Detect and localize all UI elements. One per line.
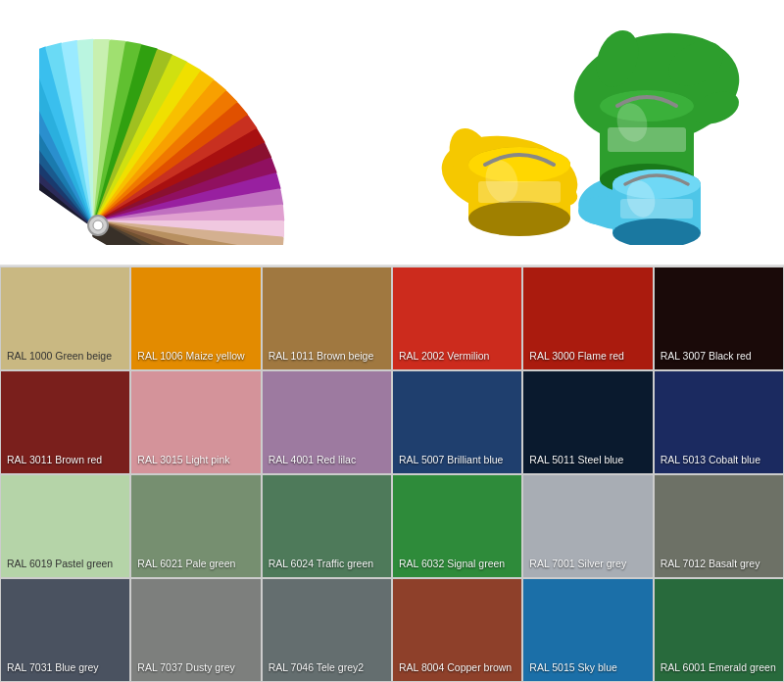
color-cell-7012[interactable]: RAL 7012 Basalt grey (654, 474, 784, 578)
color-label-6019: RAL 6019 Pastel green (7, 558, 113, 571)
color-cell-3015[interactable]: RAL 3015 Light pink (130, 370, 261, 474)
color-cell-5015[interactable]: RAL 5015 Sky blue (522, 578, 653, 682)
color-label-4001: RAL 4001 Red lilac (269, 454, 357, 467)
color-label-7031: RAL 7031 Blue grey (7, 661, 99, 675)
color-label-5011: RAL 5011 Steel blue (529, 454, 623, 467)
color-cell-6024[interactable]: RAL 6024 Traffic green (262, 474, 392, 578)
color-label-1000: RAL 1000 Green beige (7, 350, 112, 364)
color-label-6024: RAL 6024 Traffic green (269, 558, 373, 571)
color-label-1011: RAL 1011 Brown beige (269, 350, 374, 364)
top-section (0, 0, 784, 265)
color-cell-1000[interactable]: RAL 1000 Green beige (0, 267, 130, 370)
color-label-5007: RAL 5007 Brilliant blue (399, 454, 503, 467)
color-cell-6021[interactable]: RAL 6021 Pale green (130, 474, 261, 578)
svg-rect-53 (608, 127, 686, 152)
color-label-7037: RAL 7037 Dusty grey (137, 661, 234, 675)
color-label-6001: RAL 6001 Emerald green (661, 661, 776, 675)
color-cell-6019[interactable]: RAL 6019 Pastel green (0, 474, 130, 578)
color-cell-4001[interactable]: RAL 4001 Red lilac (262, 370, 392, 474)
color-label-7001: RAL 7001 Silver grey (529, 558, 626, 571)
color-label-3015: RAL 3015 Light pink (137, 454, 229, 467)
svg-point-56 (468, 201, 570, 236)
color-cell-7046[interactable]: RAL 7046 Tele grey2 (262, 578, 392, 682)
paint-cans (412, 20, 745, 245)
color-label-6032: RAL 6032 Signal green (399, 558, 505, 571)
svg-rect-65 (620, 199, 693, 219)
color-cell-8004[interactable]: RAL 8004 Copper brown (392, 578, 522, 682)
color-cell-3000[interactable]: RAL 3000 Flame red (522, 267, 653, 370)
color-label-3007: RAL 3007 Black red (661, 350, 752, 364)
color-grid: RAL 1000 Green beigeRAL 1006 Maize yello… (0, 265, 784, 682)
svg-rect-59 (478, 181, 561, 203)
color-cell-2002[interactable]: RAL 2002 Vermilion (392, 267, 522, 370)
color-label-5015: RAL 5015 Sky blue (529, 661, 617, 675)
color-cell-7037[interactable]: RAL 7037 Dusty grey (130, 578, 261, 682)
color-label-6021: RAL 6021 Pale green (137, 558, 235, 571)
color-label-8004: RAL 8004 Copper brown (399, 661, 512, 675)
color-label-1006: RAL 1006 Maize yellow (137, 350, 244, 364)
svg-point-37 (93, 220, 103, 230)
color-cell-6032[interactable]: RAL 6032 Signal green (392, 474, 522, 578)
svg-point-51 (600, 90, 694, 122)
color-label-7046: RAL 7046 Tele grey2 (269, 661, 364, 675)
color-label-3000: RAL 3000 Flame red (529, 350, 624, 364)
color-cell-7001[interactable]: RAL 7001 Silver grey (522, 474, 653, 578)
color-cell-5007[interactable]: RAL 5007 Brilliant blue (392, 370, 522, 474)
color-label-5013: RAL 5013 Cobalt blue (661, 454, 760, 467)
color-cell-6001[interactable]: RAL 6001 Emerald green (654, 578, 784, 682)
color-cell-3007[interactable]: RAL 3007 Black red (654, 267, 784, 370)
color-cell-1006[interactable]: RAL 1006 Maize yellow (130, 267, 261, 370)
color-label-2002: RAL 2002 Vermilion (399, 350, 489, 364)
color-cell-5011[interactable]: RAL 5011 Steel blue (522, 370, 653, 474)
color-cell-5013[interactable]: RAL 5013 Cobalt blue (654, 370, 784, 474)
color-cell-3011[interactable]: RAL 3011 Brown red (0, 370, 130, 474)
color-label-7012: RAL 7012 Basalt grey (661, 558, 760, 571)
color-cell-1011[interactable]: RAL 1011 Brown beige (262, 267, 392, 370)
color-fan (39, 20, 353, 245)
color-cell-7031[interactable]: RAL 7031 Blue grey (0, 578, 130, 682)
color-label-3011: RAL 3011 Brown red (7, 454, 102, 467)
